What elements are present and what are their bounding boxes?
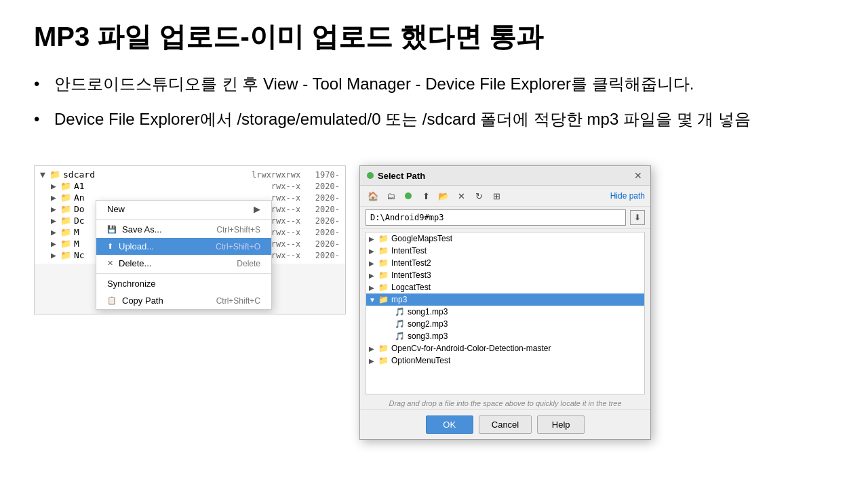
fe-folder-name: sdcard [63, 169, 95, 180]
dt-arrow-ocv: ▶ [369, 345, 378, 352]
folder-icon-omt: 📁 [378, 356, 389, 365]
fe-name-nc: Nc [74, 250, 85, 260]
cm-upload-icon: ⬆ [107, 242, 113, 251]
cm-save-as[interactable]: 💾 Save As... Ctrl+Shift+S [96, 221, 271, 238]
dt-name-it: IntentTest [391, 246, 427, 256]
path-input-field[interactable] [366, 209, 626, 226]
toolbar-delete-button[interactable]: ✕ [454, 188, 469, 203]
green-status-dot [367, 172, 374, 179]
dialog-close-button[interactable]: ✕ [633, 170, 644, 181]
fe-row-a1[interactable]: ▶ 📁 A1 rwx--x 2020- [35, 180, 345, 192]
cm-synchronize[interactable]: Synchronize [96, 275, 271, 292]
dt-row-googlemapstest[interactable]: ▶ 📁 GoogleMapsTest [366, 232, 644, 245]
dialog-title-area: Select Path [367, 171, 425, 181]
dt-row-intenttest2[interactable]: ▶ 📁 IntentTest2 [366, 257, 644, 269]
expand-arrow-a1: ▶ [51, 181, 60, 191]
dt-name-s2: song2.mp3 [408, 319, 448, 329]
cm-upload-label: Upload... [119, 241, 210, 251]
dt-row-intenttest3[interactable]: ▶ 📁 IntentTest3 [366, 269, 644, 281]
dt-name-lct: LogcatTest [391, 283, 431, 292]
dt-name-mp3: mp3 [391, 295, 407, 304]
download-button[interactable]: ⬇ [630, 210, 645, 225]
fe-perm-m1: rwx--x 2020- [271, 228, 340, 237]
hide-path-button[interactable]: Hide path [610, 191, 645, 201]
dt-row-optionmenu[interactable]: ▶ 📁 OptionMenuTest [366, 354, 644, 367]
expand-arrow-do: ▶ [51, 204, 60, 214]
dt-arrow-it: ▶ [369, 247, 378, 255]
expand-arrow-m1: ▶ [51, 227, 60, 237]
toolbar-home-button[interactable]: 🏠 [366, 188, 380, 203]
folder-icon-dc: 📁 [60, 216, 71, 226]
dt-arrow-it2: ▶ [369, 260, 378, 267]
file-icon-s3: 🎵 [395, 331, 405, 341]
toolbar-folder-button[interactable]: 🗂 [383, 188, 398, 203]
dialog-buttons: OK Cancel Help [360, 409, 650, 439]
cm-sep-1 [96, 219, 271, 220]
cm-save-label: Save As... [122, 224, 211, 235]
dt-row-song2[interactable]: 🎵 song2.mp3 [366, 318, 644, 330]
dt-name-omt: OptionMenuTest [391, 356, 450, 365]
cm-save-shortcut: Ctrl+Shift+S [216, 225, 260, 235]
fe-name-do: Do [74, 204, 85, 214]
dt-row-intenttest[interactable]: ▶ 📁 IntentTest [366, 245, 644, 257]
dt-row-song3[interactable]: 🎵 song3.mp3 [366, 330, 644, 342]
cm-sync-label: Synchronize [107, 279, 260, 289]
fe-root-row[interactable]: ▼ 📁 sdcard lrwxrwxrwx 1970- [35, 169, 345, 180]
toolbar-green-circle-button[interactable] [401, 188, 416, 203]
bullet-item-2: Device File Explorer에서 /storage/emulated… [34, 107, 834, 131]
dt-arrow-gmt: ▶ [369, 235, 378, 243]
dt-name-s1: song1.mp3 [408, 307, 448, 317]
dt-row-logcattest[interactable]: ▶ 📁 LogcatTest [366, 281, 644, 293]
bullet-item-1: 안드로이드스튜디오를 킨 후 View - Tool Manager - Dev… [34, 72, 834, 96]
ok-button[interactable]: OK [426, 415, 473, 434]
cm-upload[interactable]: ⬆ Upload... Ctrl+Shift+O [96, 238, 271, 255]
cm-copy-shortcut: Ctrl+Shift+C [216, 296, 260, 306]
toolbar-folder2-button[interactable]: 📂 [436, 188, 451, 203]
folder-icon-an: 📁 [60, 192, 71, 203]
help-button[interactable]: Help [537, 415, 585, 434]
dialog-hint: Drag and drop a file into the space abov… [360, 397, 650, 409]
file-icon-s1: 🎵 [395, 307, 405, 317]
cm-delete-icon: ✕ [107, 259, 113, 268]
fe-permissions: lrwxrwxrwx 1970- [252, 170, 340, 180]
fe-perm-dc: rwx--x 2020- [271, 216, 340, 226]
bullet-list: 안드로이드스튜디오를 킨 후 View - Tool Manager - Dev… [34, 72, 834, 131]
cm-delete[interactable]: ✕ Delete... Delete [96, 255, 271, 272]
dt-row-opencv[interactable]: ▶ 📁 OpenCv-for-Android-Color-Detection-m… [366, 342, 644, 354]
dt-name-it2: IntentTest2 [391, 258, 431, 268]
dialog-title-text: Select Path [378, 171, 425, 181]
folder-icon-do: 📁 [60, 204, 71, 214]
fe-perm-do: rwx--x 2020- [271, 205, 340, 214]
folder-icon-lct: 📁 [378, 283, 389, 292]
dialog-tree[interactable]: ▶ 📁 GoogleMapsTest ▶ 📁 IntentTest ▶ 📁 In… [366, 232, 645, 394]
dt-name-it3: IntentTest3 [391, 270, 431, 280]
dt-name-gmt: GoogleMapsTest [391, 234, 452, 243]
cm-delete-label: Delete... [119, 258, 231, 268]
cm-new-label: New [107, 204, 248, 214]
dt-row-song1[interactable]: 🎵 song1.mp3 [366, 306, 644, 318]
dialog-titlebar: Select Path ✕ [360, 166, 650, 186]
fe-name-m1: M [74, 227, 79, 237]
folder-icon-a1: 📁 [60, 181, 71, 191]
expand-arrow-m2: ▶ [51, 239, 60, 249]
expand-arrow-nc: ▶ [51, 250, 60, 260]
folder-icon-m2: 📁 [60, 239, 71, 249]
folder-icon-it: 📁 [378, 246, 389, 256]
toolbar-expand-button[interactable]: ⊞ [489, 188, 504, 203]
dt-row-mp3[interactable]: ▼ 📁 mp3 [366, 293, 644, 306]
fe-name-m2: M [74, 239, 79, 249]
folder-icon-gmt: 📁 [378, 234, 389, 243]
fe-name-a1: A1 [74, 181, 85, 191]
cm-new[interactable]: New ▶ [96, 201, 271, 218]
toolbar-refresh-button[interactable]: ↻ [471, 188, 486, 203]
cm-copy-path[interactable]: 📋 Copy Path Ctrl+Shift+C [96, 292, 271, 309]
toolbar-nav-button[interactable]: ⬆ [418, 188, 433, 203]
cm-sep-2 [96, 273, 271, 274]
file-explorer-panel: ▼ 📁 sdcard lrwxrwxrwx 1970- ▶ 📁 A1 rwx--… [34, 165, 346, 314]
fe-perm-a1: rwx--x 2020- [271, 182, 340, 191]
cancel-button[interactable]: Cancel [479, 415, 532, 434]
folder-icon-it3: 📁 [378, 270, 389, 280]
dt-name-s3: song3.mp3 [408, 331, 448, 341]
dt-arrow-mp3: ▼ [369, 296, 378, 304]
select-path-dialog: Select Path ✕ 🏠 🗂 ⬆ 📂 ✕ ↻ ⊞ Hide path [359, 165, 651, 440]
